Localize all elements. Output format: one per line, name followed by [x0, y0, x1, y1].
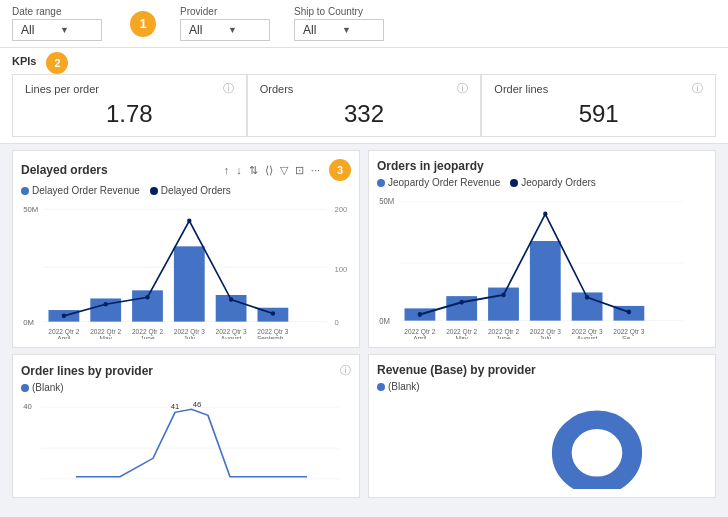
delayed-orders-title: Delayed orders [21, 163, 108, 177]
legend-dot-revenue-provider [377, 383, 385, 391]
point-4 [187, 219, 191, 224]
svg-text:40: 40 [23, 403, 32, 412]
jeopardy-orders-legend: Jeopardy Order Revenue Jeopardy Orders [377, 177, 707, 188]
info-icon-1[interactable]: ⓘ [457, 81, 468, 96]
bar-4 [174, 246, 205, 321]
svg-text:46: 46 [193, 400, 202, 409]
kpi-value-2: 591 [579, 100, 619, 128]
legend-delayed-orders: Delayed Orders [150, 185, 231, 196]
delayed-orders-svg: 50M 0M 200 100 0 [21, 200, 351, 339]
jpoint-6 [627, 310, 631, 315]
jpoint-1 [418, 312, 422, 317]
svg-text:0M: 0M [23, 318, 34, 327]
order-lines-legend: (Blank) [21, 382, 351, 393]
jeopardy-orders-title: Orders in jeopardy [377, 159, 484, 173]
kpi-card-lines-per-order: Lines per order ⓘ 1.78 [12, 74, 247, 137]
ship-to-country-label: Ship to Country [294, 6, 384, 17]
svg-text:Septemb...: Septemb... [257, 335, 289, 339]
point-2 [104, 302, 108, 307]
legend-label-provider: (Blank) [32, 382, 64, 393]
legend-label-revenue-provider: (Blank) [388, 381, 420, 392]
delayed-orders-panel: Delayed orders ↑ ↓ ⇅ ⟨⟩ ▽ ⊡ ··· 3 Delaye… [12, 150, 360, 348]
legend-dot-jeopardy-revenue [377, 179, 385, 187]
legend-label-jeopardy-revenue: Jeopardy Order Revenue [388, 177, 500, 188]
svg-text:Se...: Se... [622, 335, 636, 339]
provider-select[interactable]: All ▼ [180, 19, 270, 41]
provider-value: All [189, 23, 222, 37]
legend-dot-revenue [21, 187, 29, 195]
legend-delayed-revenue: Delayed Order Revenue [21, 185, 140, 196]
sort-desc-btn[interactable]: ↓ [234, 163, 244, 177]
revenue-provider-title: Revenue (Base) by provider [377, 363, 536, 377]
delayed-orders-chart: 50M 0M 200 100 0 [21, 200, 351, 339]
legend-label-revenue: Delayed Order Revenue [32, 185, 140, 196]
svg-text:0M: 0M [379, 317, 390, 326]
order-lines-provider-chart: 40 41 46 [21, 397, 351, 489]
kpi-card-order-lines: Order lines ⓘ 591 [481, 74, 716, 137]
point-6 [271, 311, 275, 316]
kpi-value-0: 1.78 [106, 100, 153, 128]
date-range-value: All [21, 23, 54, 37]
sort-pause-btn[interactable]: ⇅ [247, 163, 260, 178]
ship-to-country-value: All [303, 23, 336, 37]
svg-text:50M: 50M [23, 204, 38, 213]
jeopardy-orders-chart: 50M 0M 2022 Qtr 2 April [377, 192, 707, 339]
svg-text:June: June [140, 335, 155, 339]
jeopardy-orders-panel: Orders in jeopardy Jeopardy Order Revenu… [368, 150, 716, 348]
sort-asc-btn[interactable]: ↑ [222, 163, 232, 177]
date-range-select[interactable]: All ▼ [12, 19, 102, 41]
point-5 [229, 297, 233, 302]
revenue-provider-header: Revenue (Base) by provider [377, 363, 707, 377]
legend-dot-jeopardy-orders [510, 179, 518, 187]
date-range-filter: Date range All ▼ [12, 6, 102, 41]
kpi-label-1: Orders [260, 83, 294, 95]
ship-to-country-filter: Ship to Country All ▼ [294, 6, 384, 41]
date-range-label: Date range [12, 6, 102, 17]
delayed-orders-legend: Delayed Order Revenue Delayed Orders [21, 185, 351, 196]
jeopardy-orders-header: Orders in jeopardy [377, 159, 707, 173]
filter-bar: Date range All ▼ 1 Provider All ▼ Ship t… [0, 0, 728, 48]
order-lines-info-icon[interactable]: ⓘ [340, 363, 351, 378]
date-range-chevron: ▼ [60, 25, 93, 35]
legend-jeopardy-revenue: Jeopardy Order Revenue [377, 177, 500, 188]
revenue-provider-chart [377, 396, 707, 489]
provider-filter: Provider All ▼ [180, 6, 270, 41]
svg-text:May: May [99, 335, 112, 339]
legend-dot-provider [21, 384, 29, 392]
expand-btn[interactable]: ⊡ [293, 163, 306, 178]
legend-jeopardy-orders: Jeopardy Orders [510, 177, 595, 188]
svg-text:April: April [413, 335, 427, 339]
more-btn[interactable]: ··· [309, 163, 322, 177]
kpi-cards: Lines per order ⓘ 1.78 Orders ⓘ 332 Orde… [12, 74, 716, 137]
jpoint-5 [585, 295, 589, 300]
order-lines-provider-header: Order lines by provider ⓘ [21, 363, 351, 378]
svg-text:0: 0 [335, 318, 340, 327]
svg-text:41: 41 [171, 403, 180, 412]
delayed-orders-actions: ↑ ↓ ⇅ ⟨⟩ ▽ ⊡ ··· 3 [222, 159, 351, 181]
order-lines-provider-panel: Order lines by provider ⓘ (Blank) 40 41 … [12, 354, 360, 498]
legend-blank-provider: (Blank) [21, 382, 64, 393]
svg-text:100: 100 [335, 265, 348, 274]
point-1 [62, 314, 66, 319]
donut-ring [562, 420, 632, 486]
charts-row: Delayed orders ↑ ↓ ⇅ ⟨⟩ ▽ ⊡ ··· 3 Delaye… [0, 144, 728, 354]
delayed-orders-header: Delayed orders ↑ ↓ ⇅ ⟨⟩ ▽ ⊡ ··· 3 [21, 159, 351, 181]
info-icon-0[interactable]: ⓘ [223, 81, 234, 96]
ship-to-country-chevron: ▼ [342, 25, 375, 35]
legend-blank-revenue: (Blank) [377, 381, 420, 392]
svg-text:July: July [539, 335, 551, 339]
kpi-label-0: Lines per order [25, 83, 99, 95]
filter-btn[interactable]: ▽ [278, 163, 290, 178]
provider-chevron: ▼ [228, 25, 261, 35]
jpoint-2 [460, 300, 464, 305]
badge-1: 1 [130, 11, 156, 37]
ship-to-country-select[interactable]: All ▼ [294, 19, 384, 41]
revenue-provider-panel: Revenue (Base) by provider (Blank) [368, 354, 716, 498]
kpi-title: KPIs [12, 55, 36, 67]
kpi-card-orders: Orders ⓘ 332 [247, 74, 482, 137]
kpi-section: KPIs 2 Lines per order ⓘ 1.78 Orders ⓘ 3… [0, 48, 728, 144]
info-icon-2[interactable]: ⓘ [692, 81, 703, 96]
badge-3: 3 [329, 159, 351, 181]
kpi-label-2: Order lines [494, 83, 548, 95]
sort-both-btn[interactable]: ⟨⟩ [263, 163, 275, 178]
